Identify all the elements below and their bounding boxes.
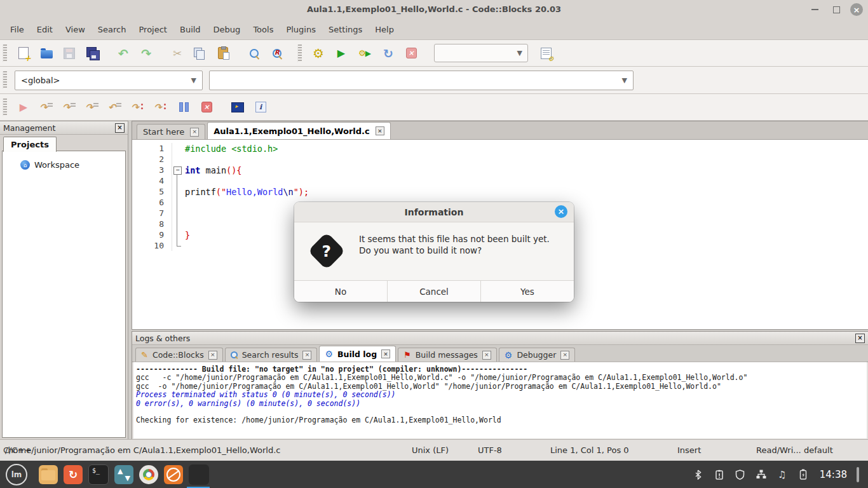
debug-continue-button[interactable] (12, 97, 35, 118)
abort-icon (406, 48, 417, 58)
undo-button[interactable] (112, 43, 135, 64)
function-select[interactable]: ▼ (209, 71, 634, 90)
code-text[interactable]: int main(){ (183, 165, 241, 175)
code-text[interactable]: } (183, 230, 190, 240)
next-line-button[interactable] (58, 97, 81, 118)
close-button[interactable] (850, 3, 863, 16)
shield-icon[interactable] (735, 469, 746, 480)
menu-search[interactable]: Search (92, 22, 133, 37)
tab-projects[interactable]: Projects (3, 137, 57, 152)
log-tab-code-blocks[interactable]: Code::Blocks (135, 348, 223, 362)
log-tab-build-log[interactable]: Build log (319, 346, 396, 362)
cut-button[interactable] (166, 43, 189, 64)
abort-build-button[interactable] (400, 43, 423, 64)
menu-build[interactable]: Build (173, 22, 207, 37)
step-into-instruction-button[interactable] (149, 97, 172, 118)
menu-plugins[interactable]: Plugins (280, 22, 322, 37)
tab-close-icon[interactable] (482, 351, 491, 360)
bluetooth-icon[interactable] (693, 469, 704, 480)
editor-tab-aula1-1-exemplo01-hello-world-c[interactable]: Aula1.1,Exemplo01_Hello,World.c (207, 122, 391, 139)
menu-edit[interactable]: Edit (31, 22, 59, 37)
open-file-button[interactable] (35, 43, 58, 64)
log-tab-search-results[interactable]: Search results (225, 348, 318, 362)
fold-margin (172, 229, 183, 240)
maximize-button[interactable] (829, 2, 844, 17)
chrome-button[interactable] (139, 465, 158, 484)
save-all-button[interactable] (81, 43, 104, 64)
new-file-button[interactable] (12, 43, 35, 64)
replace-button[interactable] (266, 43, 288, 64)
save-file-button[interactable] (58, 43, 81, 64)
run-button[interactable] (330, 43, 353, 64)
terminal-button[interactable] (88, 464, 109, 485)
tab-close-icon[interactable] (208, 351, 217, 360)
dialog-cancel-button[interactable]: Cancel (388, 281, 481, 302)
scope-select[interactable]: <global> ▼ (15, 71, 203, 90)
codeblocks-taskbar-button[interactable] (189, 464, 209, 485)
tab-close-icon[interactable] (560, 351, 569, 360)
menu-debug[interactable]: Debug (207, 22, 247, 37)
tab-close-icon[interactable] (190, 128, 199, 137)
dialog-no-button[interactable]: No (294, 281, 388, 302)
build-and-run-button[interactable] (353, 43, 377, 64)
tab-close-icon[interactable] (381, 349, 390, 358)
mint-menu-button[interactable]: lm (6, 464, 27, 485)
line-number: 10 (132, 241, 172, 250)
clipboard-icon[interactable] (714, 469, 725, 480)
dialog-close-button[interactable] (555, 205, 567, 218)
browser-button[interactable] (64, 465, 83, 484)
menu-file[interactable]: File (4, 22, 31, 37)
file-manager-button[interactable] (39, 465, 58, 484)
workspace-item[interactable]: Workspace (3, 151, 125, 170)
break-debugger-button[interactable] (172, 97, 195, 118)
toolbar-grip[interactable] (3, 71, 7, 89)
software-updater-button[interactable] (114, 465, 133, 484)
stop-debugger-button[interactable] (195, 97, 218, 118)
code-line: 5printf("Hello,World\n"); (132, 186, 868, 197)
symbol-bar: <global> ▼ ▼ (0, 67, 868, 94)
code-text[interactable]: #include <stdio.h> (183, 144, 278, 154)
build-target-select[interactable]: ▼ (434, 44, 528, 62)
log-tab-debugger[interactable]: Debugger (499, 348, 575, 362)
editor-tab-start-here[interactable]: Start here (137, 124, 205, 139)
menu-view[interactable]: View (59, 22, 92, 37)
minimize-button[interactable] (807, 2, 822, 17)
step-into-button[interactable] (81, 97, 104, 118)
tab-close-icon[interactable] (302, 351, 311, 360)
music-player-icon[interactable] (776, 469, 788, 480)
dialog-titlebar[interactable]: Information (294, 202, 574, 222)
next-instruction-button[interactable] (126, 97, 149, 118)
toolbar-grip[interactable] (297, 44, 302, 62)
management-close-icon[interactable] (115, 123, 125, 133)
paste-button[interactable] (212, 43, 234, 64)
log-line: gcc -o "/home/junior/Programação em C/Au… (136, 383, 864, 391)
show-desktop-button[interactable] (857, 467, 859, 482)
clock[interactable]: 14:38 (820, 469, 847, 480)
step-out-button[interactable] (104, 97, 126, 118)
menu-help[interactable]: Help (369, 22, 400, 37)
web-app-button[interactable] (164, 465, 183, 484)
copy-button[interactable] (189, 43, 212, 64)
network-icon[interactable] (756, 469, 767, 480)
tab-close-icon[interactable] (376, 126, 384, 135)
log-tab-build-messages[interactable]: Build messages (398, 348, 497, 362)
redo-button[interactable] (135, 43, 158, 64)
fold-collapse-icon[interactable]: − (173, 166, 182, 175)
toolbar-grip[interactable] (3, 98, 7, 116)
menu-settings[interactable]: Settings (322, 22, 369, 37)
run-to-cursor-button[interactable] (35, 97, 58, 118)
menu-tools[interactable]: Tools (247, 22, 280, 37)
toolbar-grip[interactable] (3, 44, 7, 62)
rebuild-button[interactable] (377, 43, 400, 64)
find-button[interactable] (243, 43, 266, 64)
show-compiler-messages-button[interactable] (534, 43, 557, 64)
logs-close-icon[interactable] (855, 334, 865, 343)
battery-icon[interactable] (797, 469, 809, 480)
menu-project[interactable]: Project (132, 22, 173, 37)
debugging-windows-button[interactable] (226, 97, 249, 118)
build-button[interactable] (307, 43, 330, 64)
various-info-button[interactable] (249, 97, 272, 118)
code-text[interactable]: printf("Hello,World\n"); (183, 187, 309, 197)
dialog-yes-button[interactable]: Yes (481, 281, 574, 302)
next-line-icon (62, 101, 77, 114)
